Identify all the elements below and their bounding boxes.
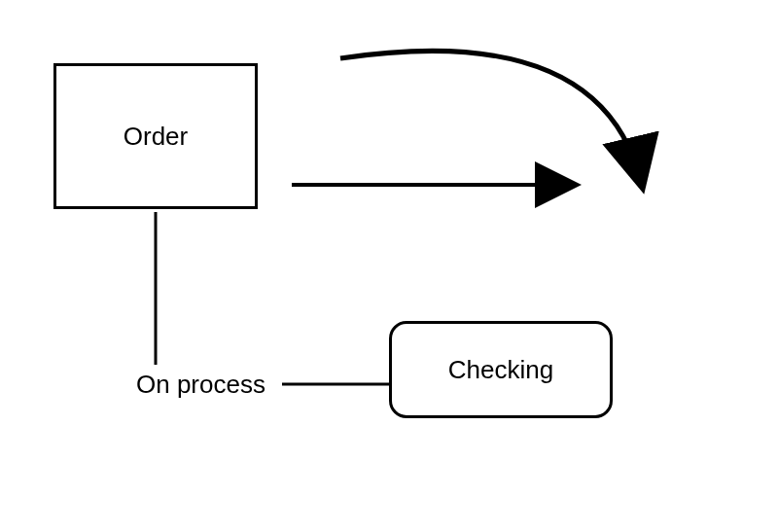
edge-onprocess-label: On process xyxy=(136,370,265,400)
node-checking-label: Checking xyxy=(448,355,553,385)
node-checking: Checking xyxy=(389,321,613,418)
arrow-curved xyxy=(340,51,642,185)
diagram-canvas: Order Checking On process xyxy=(0,0,778,532)
node-order: Order xyxy=(53,63,258,209)
node-order-label: Order xyxy=(124,122,188,152)
